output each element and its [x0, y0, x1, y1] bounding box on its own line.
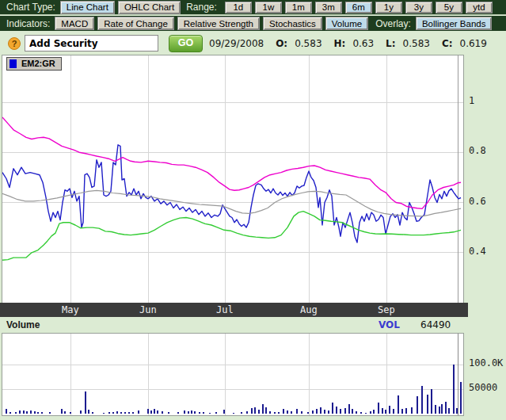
x-tick-may: May: [62, 304, 79, 315]
overlay-buttons: Bollinger Bands: [416, 17, 493, 30]
chart-type-line-chart[interactable]: Line Chart: [60, 1, 115, 14]
low-label: L:: [386, 38, 395, 49]
security-bar: ? GO 09/29/2008 O: 0.583 H: 0.63 L: 0.58…: [0, 32, 506, 55]
chart-type-bar: Chart Type: Line ChartOHLC Chart Range: …: [0, 0, 506, 15]
high-value: 0.63: [352, 38, 374, 49]
open-value: 0.583: [295, 38, 321, 49]
range-label: Range:: [186, 2, 217, 13]
x-axis-bar: MayJunJulAugSep: [0, 303, 468, 317]
chart-type-buttons: Line ChartOHLC Chart: [60, 1, 181, 14]
volume-chart-panel: [2, 333, 464, 416]
vol-value: 64490: [420, 319, 451, 330]
volume-chart-plot: [2, 334, 463, 415]
indicator-relative-strength[interactable]: Relative Strength: [177, 17, 260, 30]
price-tick-0-6: 0.6: [469, 196, 486, 207]
range-1d[interactable]: 1d: [225, 2, 252, 13]
chart-type-label: Chart Type:: [6, 2, 55, 13]
quote-readout: 09/29/2008 O: 0.583 H: 0.63 L: 0.583 C: …: [209, 38, 487, 49]
volume-header: Volume VOL 64490: [0, 317, 506, 333]
indicator-stochastics[interactable]: Stochastics: [263, 17, 322, 30]
indicator-rate-of-change[interactable]: Rate of Change: [97, 17, 174, 30]
legend-swatch-icon: [10, 59, 17, 68]
indicator-macd[interactable]: MACD: [55, 17, 94, 30]
indicator-buttons: MACDRate of ChangeRelative StrengthStoch…: [55, 17, 368, 30]
add-security-input[interactable]: [25, 35, 158, 52]
quote-date: 09/29/2008: [209, 38, 264, 49]
price-chart-plot: [2, 55, 463, 304]
range-1y[interactable]: 1y: [375, 2, 402, 13]
overlay-label: Overlay:: [375, 18, 411, 29]
price-tick-0-4: 0.4: [469, 246, 486, 257]
range-ytd[interactable]: ytd: [466, 2, 493, 13]
volume-tick-50000: 50000: [469, 382, 497, 393]
legend-symbol: EM2:GR: [21, 58, 55, 70]
range-1m[interactable]: 1m: [285, 2, 312, 13]
price-tick-1: 1: [469, 95, 474, 106]
range-3m[interactable]: 3m: [315, 2, 342, 13]
x-tick-aug: Aug: [300, 304, 318, 315]
price-tick-0-8: 0.8: [469, 145, 486, 156]
close-label: C:: [442, 38, 453, 49]
go-button[interactable]: GO: [169, 35, 203, 52]
volume-tick-100-0k: 100.0K: [469, 357, 503, 368]
range-6m[interactable]: 6m: [345, 2, 372, 13]
open-label: O:: [276, 38, 287, 49]
range-1w[interactable]: 1w: [255, 2, 282, 13]
overlay-bollinger-bands[interactable]: Bollinger Bands: [416, 17, 493, 30]
close-value: 0.619: [460, 38, 487, 49]
range-3y[interactable]: 3y: [405, 2, 432, 13]
volume-y-axis-labels: 100.0K50000: [466, 333, 506, 414]
high-label: H:: [334, 38, 346, 49]
x-tick-jun: Jun: [139, 304, 157, 315]
x-tick-sep: Sep: [378, 304, 395, 315]
vol-label: VOL: [379, 319, 400, 330]
legend-box[interactable]: EM2:GR: [6, 57, 62, 71]
x-tick-jul: Jul: [216, 304, 234, 315]
help-icon[interactable]: ?: [8, 37, 21, 50]
indicators-bar: Indicators: MACDRate of ChangeRelative S…: [0, 16, 506, 31]
low-value: 0.583: [403, 38, 430, 49]
chart-type-ohlc-chart[interactable]: OHLC Chart: [118, 1, 181, 14]
indicators-label: Indicators:: [6, 18, 50, 29]
volume-title: Volume: [6, 319, 40, 330]
range-5y[interactable]: 5y: [436, 2, 462, 13]
price-chart-panel: EM2:GR: [2, 55, 464, 304]
indicator-volume[interactable]: Volume: [325, 17, 368, 30]
range-buttons: 1d1w1m3m6m1y3y5yytd: [225, 2, 493, 13]
price-y-axis-labels: 10.80.60.4: [466, 55, 506, 303]
